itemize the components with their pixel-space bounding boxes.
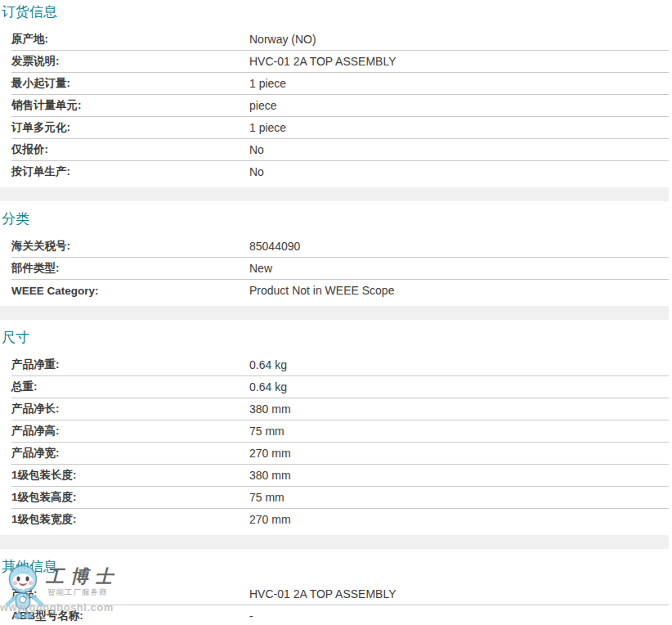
spec-table-other: 产品: HVC-01 2A TOP ASSEMBLY ABB型号名称: - bbox=[11, 582, 669, 625]
spec-label: WEEE Category: bbox=[11, 285, 249, 297]
table-row: WEEE Category: Product Not in WEEE Scope bbox=[11, 279, 669, 301]
spec-label: 产品净高: bbox=[11, 424, 249, 438]
spec-label: 销售计量单元: bbox=[11, 98, 249, 113]
spec-label: 最小起订量: bbox=[11, 76, 249, 91]
spec-table-dimensions: 产品净重: 0.64 kg 总重: 0.64 kg 产品净长: 380 mm 产… bbox=[11, 353, 669, 530]
spec-label: 仅报价: bbox=[11, 142, 249, 157]
spec-label: 总重: bbox=[11, 380, 249, 394]
spec-value: No bbox=[249, 165, 264, 178]
spec-value: 380 mm bbox=[249, 469, 291, 482]
spec-value: 85044090 bbox=[249, 240, 300, 253]
spec-value: HVC-01 2A TOP ASSEMBLY bbox=[249, 587, 396, 600]
spec-value: Norway (NO) bbox=[249, 33, 316, 46]
spec-value: 380 mm bbox=[249, 402, 291, 416]
spec-value: 1 piece bbox=[249, 121, 286, 134]
spec-value: 0.64 kg bbox=[249, 380, 287, 393]
section-title-dimensions: 尺寸 bbox=[2, 330, 672, 345]
product-spec-page: 订货信息 原产地: Norway (NO) 发票说明: HVC-01 2A TO… bbox=[0, 0, 672, 625]
spec-label: 原产地: bbox=[11, 32, 249, 47]
spec-value: Product Not in WEEE Scope bbox=[249, 284, 394, 297]
table-row: 产品净重: 0.64 kg bbox=[11, 353, 669, 375]
section-divider bbox=[0, 306, 669, 320]
table-row: ABB型号名称: - bbox=[11, 605, 669, 625]
spec-value: piece bbox=[249, 99, 276, 112]
section-title-other-info: 其他信息 bbox=[2, 560, 672, 574]
section-divider bbox=[0, 187, 669, 201]
spec-value: 75 mm bbox=[249, 491, 284, 504]
section-divider bbox=[0, 535, 669, 549]
section-dimensions: 尺寸 产品净重: 0.64 kg 总重: 0.64 kg 产品净长: 380 m… bbox=[0, 330, 672, 530]
table-row: 总重: 0.64 kg bbox=[11, 375, 669, 398]
table-row: 产品净长: 380 mm bbox=[11, 398, 669, 420]
spec-label: ABB型号名称: bbox=[11, 609, 249, 623]
spec-value: 75 mm bbox=[249, 425, 284, 438]
table-row: 海关关税号: 85044090 bbox=[11, 235, 669, 257]
spec-value: 0.64 kg bbox=[249, 358, 287, 371]
spec-label: 产品净重: bbox=[11, 357, 249, 372]
spec-value: New bbox=[249, 262, 272, 275]
table-row: 按订单生产: No bbox=[11, 160, 669, 182]
table-row: 产品: HVC-01 2A TOP ASSEMBLY bbox=[11, 582, 669, 605]
table-row: 订单多元化: 1 piece bbox=[11, 116, 669, 138]
table-row: 销售计量单元: piece bbox=[11, 94, 669, 116]
table-row: 产品净高: 75 mm bbox=[11, 420, 669, 442]
spec-value: No bbox=[249, 143, 264, 156]
section-ordering-info: 订货信息 原产地: Norway (NO) 发票说明: HVC-01 2A TO… bbox=[0, 5, 672, 182]
table-row: 1级包装高度: 75 mm bbox=[11, 486, 669, 508]
table-row: 产品净宽: 270 mm bbox=[11, 442, 669, 464]
spec-label: 订单多元化: bbox=[11, 120, 249, 135]
spec-label: 产品: bbox=[11, 587, 249, 601]
table-row: 发票说明: HVC-01 2A TOP ASSEMBLY bbox=[11, 50, 669, 72]
section-classification: 分类 海关关税号: 85044090 部件类型: New WEEE Catego… bbox=[0, 212, 672, 301]
table-row: 1级包装宽度: 270 mm bbox=[11, 508, 669, 530]
spec-label: 按订单生产: bbox=[11, 164, 249, 179]
spec-table-ordering: 原产地: Norway (NO) 发票说明: HVC-01 2A TOP ASS… bbox=[11, 28, 669, 182]
spec-value: 270 mm bbox=[249, 513, 291, 526]
spec-label: 1级包装长度: bbox=[11, 468, 249, 483]
section-other-info: 其他信息 产品: HVC-01 2A TOP ASSEMBLY ABB型号名称:… bbox=[0, 560, 672, 625]
spec-table-classification: 海关关税号: 85044090 部件类型: New WEEE Category:… bbox=[11, 235, 669, 301]
spec-label: 海关关税号: bbox=[11, 239, 249, 254]
spec-label: 产品净宽: bbox=[11, 446, 249, 461]
table-row: 部件类型: New bbox=[11, 257, 669, 279]
table-row: 仅报价: No bbox=[11, 138, 669, 160]
spec-value: - bbox=[249, 609, 253, 623]
section-title-ordering-info: 订货信息 bbox=[2, 5, 672, 20]
spec-value: 1 piece bbox=[249, 77, 286, 90]
spec-label: 1级包装高度: bbox=[11, 490, 249, 505]
spec-label: 部件类型: bbox=[11, 261, 249, 276]
spec-label: 发票说明: bbox=[11, 54, 249, 69]
spec-label: 1级包装宽度: bbox=[11, 512, 249, 527]
table-row: 原产地: Norway (NO) bbox=[11, 28, 669, 50]
spec-value: HVC-01 2A TOP ASSEMBLY bbox=[249, 55, 396, 68]
spec-label: 产品净长: bbox=[11, 402, 249, 416]
table-row: 最小起订量: 1 piece bbox=[11, 72, 669, 94]
spec-value: 270 mm bbox=[249, 447, 291, 460]
table-row: 1级包装长度: 380 mm bbox=[11, 464, 669, 486]
section-title-classification: 分类 bbox=[2, 212, 672, 227]
